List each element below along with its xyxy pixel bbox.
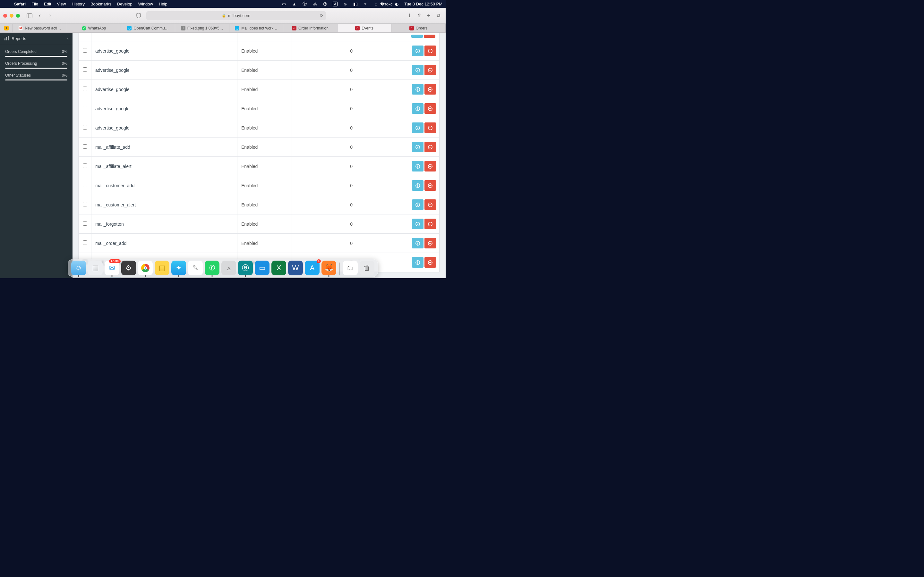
- disable-button[interactable]: [425, 180, 436, 191]
- menubar-app-name[interactable]: Safari: [14, 2, 26, 6]
- tab-orders[interactable]: ⌂Orders: [391, 24, 446, 32]
- menu-file[interactable]: File: [31, 2, 38, 6]
- row-checkbox[interactable]: [83, 144, 87, 149]
- menu-develop[interactable]: Develop: [117, 2, 132, 6]
- info-button[interactable]: [412, 122, 423, 133]
- disable-button[interactable]: [425, 122, 436, 133]
- event-status: Enabled: [237, 41, 292, 61]
- control-center-icon[interactable]: �токс: [384, 1, 389, 6]
- info-button[interactable]: [412, 103, 423, 114]
- spotlight-icon[interactable]: ⌕: [373, 1, 379, 6]
- disable-button[interactable]: [425, 45, 436, 56]
- menu-help[interactable]: Help: [159, 2, 168, 6]
- siri-icon[interactable]: ◐: [394, 1, 399, 6]
- disable-button[interactable]: [425, 84, 436, 95]
- info-button[interactable]: [412, 180, 423, 191]
- row-checkbox[interactable]: [83, 163, 87, 168]
- disable-button[interactable]: [425, 65, 436, 75]
- page-1[interactable]: 1: [99, 277, 110, 278]
- menu-edit[interactable]: Edit: [44, 2, 51, 6]
- info-button[interactable]: [412, 219, 423, 229]
- disable-button[interactable]: [425, 219, 436, 229]
- table-row: mail_forgottenEnabled0: [79, 214, 439, 234]
- tab-gmail[interactable]: MNew password acti…: [13, 24, 67, 32]
- svg-point-62: [417, 261, 418, 261]
- tab-fixed-png[interactable]: IFixed.png 1,068×5…: [175, 24, 229, 32]
- info-button[interactable]: [412, 238, 423, 248]
- address-bar[interactable]: 🔒 milbayt.com ⟳: [146, 11, 326, 20]
- tab-events[interactable]: ⌂Events: [338, 24, 392, 32]
- row-checkbox[interactable]: [83, 106, 87, 110]
- disable-button[interactable]: [425, 199, 436, 210]
- stat-orders-processing: Orders Processing0%: [5, 61, 67, 69]
- row-checkbox[interactable]: [83, 221, 87, 226]
- row-checkbox[interactable]: [83, 240, 87, 245]
- info-button[interactable]: [411, 35, 423, 38]
- info-button[interactable]: [412, 161, 423, 171]
- facetime-icon[interactable]: ▭: [281, 1, 286, 6]
- disable-button[interactable]: [425, 161, 436, 171]
- record-icon[interactable]: ⦿: [322, 1, 328, 6]
- info-button[interactable]: [412, 45, 423, 56]
- share-icon[interactable]: ⇧: [415, 11, 423, 20]
- tab-overview-icon[interactable]: ⧉: [434, 11, 443, 20]
- svg-point-17: [417, 88, 418, 89]
- row-checkbox[interactable]: [83, 125, 87, 129]
- info-button[interactable]: [412, 65, 423, 75]
- reload-icon[interactable]: ⟳: [320, 13, 323, 18]
- close-window-button[interactable]: [3, 14, 7, 18]
- row-checkbox[interactable]: [83, 183, 87, 187]
- sidebar-toggle-icon[interactable]: [25, 11, 34, 20]
- event-sort-order: 0: [292, 214, 359, 234]
- tab-opencart-forum[interactable]: ◡OpenCart Commu…: [121, 24, 175, 32]
- page-next[interactable]: >: [131, 277, 142, 278]
- row-checkbox[interactable]: [83, 87, 87, 91]
- row-checkbox[interactable]: [83, 202, 87, 206]
- menu-bookmarks[interactable]: Bookmarks: [90, 2, 111, 6]
- svg-point-7: [417, 49, 418, 50]
- disable-button[interactable]: [424, 35, 435, 38]
- privacy-shield-icon[interactable]: [134, 11, 143, 20]
- battery-icon[interactable]: ▮▯: [353, 1, 358, 6]
- info-button[interactable]: [412, 142, 423, 152]
- page-3[interactable]: 3: [121, 277, 131, 278]
- new-tab-icon[interactable]: ＋: [425, 11, 433, 20]
- info-button[interactable]: [412, 257, 423, 268]
- page-last[interactable]: >|: [142, 277, 152, 278]
- disable-button[interactable]: [425, 103, 436, 114]
- menu-view[interactable]: View: [57, 2, 66, 6]
- disable-button[interactable]: [425, 257, 436, 268]
- minimize-window-button[interactable]: [10, 14, 13, 18]
- svg-point-32: [417, 145, 418, 146]
- tab-order-info[interactable]: ⌂Order Information: [283, 24, 338, 32]
- disable-button[interactable]: [425, 238, 436, 248]
- page-prev[interactable]: <: [89, 277, 99, 278]
- wifi-icon[interactable]: ᯤ: [363, 1, 368, 6]
- row-checkbox[interactable]: [83, 48, 87, 53]
- info-button[interactable]: [412, 84, 423, 95]
- sidebar-item-reports[interactable]: Reports: [0, 33, 73, 45]
- tab-whatsapp[interactable]: ✆WhatsApp: [67, 24, 121, 32]
- event-name: advertise_google: [91, 80, 237, 99]
- tab-mail-not-work[interactable]: ◡Mail does not work…: [229, 24, 284, 32]
- menu-window[interactable]: Window: [138, 2, 153, 6]
- info-button[interactable]: [412, 199, 423, 210]
- back-button[interactable]: ‹: [35, 11, 44, 20]
- menu-history[interactable]: History: [71, 2, 84, 6]
- row-checkbox[interactable]: [83, 67, 87, 72]
- forward-button[interactable]: ›: [45, 11, 55, 20]
- screen-mirror-icon[interactable]: ▲: [292, 1, 297, 6]
- apple-icon[interactable]: [3, 1, 8, 6]
- page-2[interactable]: 2: [110, 277, 121, 278]
- bluetooth-icon[interactable]: ⎋: [342, 1, 348, 6]
- downloads-icon[interactable]: ⤓: [405, 11, 414, 20]
- tab-pinned[interactable]: ✦: [0, 24, 13, 32]
- disable-button[interactable]: [425, 142, 436, 152]
- page-first[interactable]: |<: [78, 277, 89, 278]
- row-checkbox[interactable]: [83, 259, 87, 264]
- keyboard-input-icon[interactable]: A: [333, 2, 338, 6]
- dropbox-icon[interactable]: ⁂: [312, 1, 317, 6]
- menubar-clock[interactable]: Tue 8 Dec 12:50 PM: [404, 2, 443, 6]
- fullscreen-window-button[interactable]: [16, 14, 20, 18]
- eset-menu-icon[interactable]: ⓔ: [302, 1, 307, 6]
